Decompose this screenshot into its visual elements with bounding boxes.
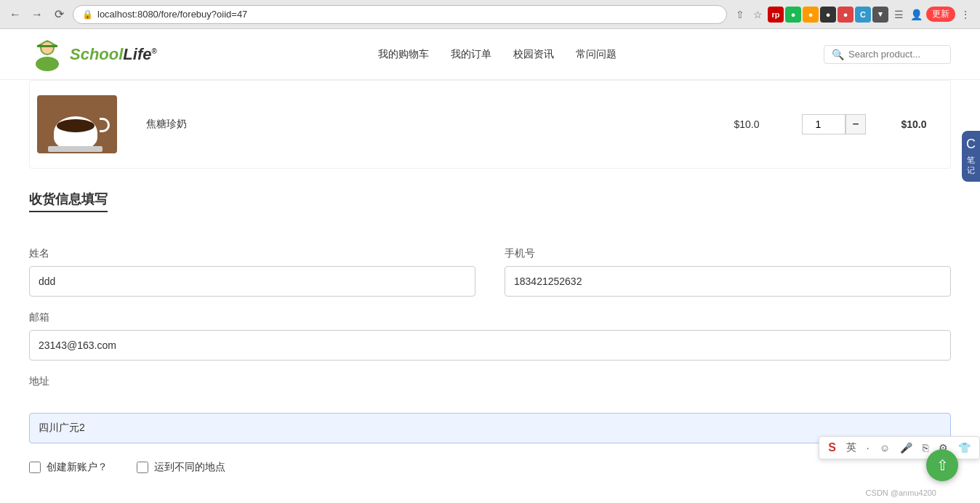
create-account-checkbox-item[interactable]: 创建新账户？ bbox=[29, 461, 108, 474]
search-input[interactable] bbox=[848, 49, 943, 60]
svg-point-4 bbox=[41, 42, 53, 54]
email-input[interactable] bbox=[29, 330, 951, 361]
logo-area: SchoolLife® bbox=[29, 36, 157, 73]
shirt-icon[interactable]: 👕 bbox=[955, 440, 973, 455]
svg-rect-5 bbox=[37, 45, 57, 47]
cup-saucer bbox=[48, 146, 103, 152]
product-price: $10.0 bbox=[703, 118, 790, 130]
name-group: 姓名 bbox=[29, 247, 475, 297]
email-label: 邮箱 bbox=[29, 311, 951, 324]
update-button[interactable]: 更新 bbox=[926, 7, 955, 22]
nav-menu: 我的购物车 我的订单 校园资讯 常问问题 bbox=[186, 48, 809, 61]
create-account-checkbox[interactable] bbox=[29, 462, 41, 473]
browser-actions: ⇧ ☆ rp ● ● ● ● C ▾ ☰ 👤 更新 ⋮ bbox=[733, 7, 973, 23]
ext-rp[interactable]: rp bbox=[768, 7, 784, 23]
lock-icon: 🔒 bbox=[82, 9, 93, 20]
input-toolbar: S 英 · ☺ 🎤 ⎘ ⚙ 👕 bbox=[819, 436, 980, 459]
phone-label: 手机号 bbox=[505, 247, 951, 260]
address-label: 地址 bbox=[29, 375, 951, 388]
ext-green[interactable]: ● bbox=[785, 7, 801, 23]
c-note-icon[interactable]: C bbox=[966, 137, 976, 152]
product-image bbox=[37, 95, 117, 153]
product-image-cell bbox=[30, 88, 132, 161]
product-row: 焦糖珍奶 $10.0 − $10.0 bbox=[29, 80, 951, 169]
cup-body bbox=[54, 116, 97, 149]
scroll-top-button[interactable]: ⇧ bbox=[926, 449, 958, 481]
create-account-label: 创建新账户？ bbox=[47, 461, 108, 474]
email-group: 邮箱 bbox=[29, 311, 951, 361]
site-header: SchoolLife® 我的购物车 我的订单 校园资讯 常问问题 🔍 bbox=[0, 29, 980, 80]
back-button[interactable]: ← bbox=[7, 7, 23, 23]
ext-dark[interactable]: ● bbox=[820, 7, 836, 23]
cup-handle bbox=[100, 118, 110, 132]
share-icon[interactable]: ⇧ bbox=[733, 7, 747, 22]
ext-red2[interactable]: ● bbox=[838, 7, 854, 23]
nav-cart[interactable]: 我的购物车 bbox=[378, 48, 429, 61]
product-name: 焦糖珍奶 bbox=[132, 110, 703, 138]
page-wrapper: SchoolLife® 我的购物车 我的订单 校园资讯 常问问题 🔍 bbox=[0, 29, 980, 503]
logo-text: SchoolLife® bbox=[70, 45, 157, 64]
product-qty-cell: − bbox=[790, 114, 877, 134]
emoji-icon[interactable]: ☺ bbox=[877, 440, 893, 455]
name-input[interactable] bbox=[29, 266, 475, 297]
profile-icon[interactable]: 👤 bbox=[909, 7, 923, 22]
phone-input[interactable] bbox=[505, 266, 951, 297]
email-row: 邮箱 bbox=[29, 311, 951, 361]
ext-blue[interactable]: C bbox=[855, 7, 871, 23]
url-bar[interactable]: 🔒 localhost:8080/fore/forebuy?oiid=47 bbox=[73, 5, 727, 24]
extensions: rp ● ● ● ● C ▾ bbox=[768, 7, 888, 23]
quantity-input[interactable] bbox=[802, 114, 846, 134]
search-bar[interactable]: 🔍 bbox=[824, 45, 951, 64]
refresh-button[interactable]: ⟳ bbox=[51, 7, 67, 23]
address-input[interactable] bbox=[29, 413, 951, 443]
eng-label[interactable]: 英 bbox=[843, 440, 859, 456]
phone-group: 手机号 bbox=[505, 247, 951, 297]
sougou-icon[interactable]: S bbox=[825, 440, 839, 456]
punct-icon[interactable]: · bbox=[864, 440, 872, 455]
url-text: localhost:8080/fore/forebuy?oiid=47 bbox=[97, 9, 247, 20]
nav-news[interactable]: 校园资讯 bbox=[513, 48, 554, 61]
csdn-watermark: CSDN @anmu4200 bbox=[866, 488, 936, 497]
sidebar-icon[interactable]: ☰ bbox=[891, 7, 906, 22]
name-phone-row: 姓名 手机号 bbox=[29, 247, 951, 297]
ext-puzzle[interactable]: ▾ bbox=[872, 7, 888, 23]
mic-icon[interactable]: 🎤 bbox=[897, 440, 915, 455]
star-icon[interactable]: ☆ bbox=[750, 7, 765, 22]
ship-different-checkbox[interactable] bbox=[137, 462, 148, 473]
ext-orange[interactable]: ● bbox=[803, 7, 819, 23]
keyboard-icon[interactable]: ⎘ bbox=[920, 440, 931, 455]
coffee-cup bbox=[54, 109, 101, 149]
ship-different-checkbox-item[interactable]: 运到不同的地点 bbox=[137, 461, 225, 474]
address-section: 地址 bbox=[29, 375, 951, 443]
ship-different-label: 运到不同的地点 bbox=[154, 461, 225, 474]
product-total: $10.0 bbox=[877, 118, 950, 130]
logo-icon bbox=[29, 36, 65, 73]
qty-decrease-button[interactable]: − bbox=[846, 114, 866, 134]
forward-button[interactable]: → bbox=[29, 7, 45, 23]
side-toolbar[interactable]: C 笔记 bbox=[962, 131, 980, 182]
coffee-surface bbox=[57, 119, 95, 132]
menu-icon[interactable]: ⋮ bbox=[958, 7, 973, 22]
note-label: 笔记 bbox=[967, 155, 975, 176]
search-icon: 🔍 bbox=[832, 49, 844, 60]
nav-orders[interactable]: 我的订单 bbox=[451, 48, 491, 61]
browser-chrome: ← → ⟳ 🔒 localhost:8080/fore/forebuy?oiid… bbox=[0, 0, 980, 29]
svg-point-3 bbox=[36, 57, 59, 71]
nav-faq[interactable]: 常问问题 bbox=[576, 48, 616, 61]
checkbox-row: 创建新账户？ 运到不同的地点 bbox=[29, 461, 951, 474]
section-heading: 收货信息填写 bbox=[29, 190, 108, 212]
name-label: 姓名 bbox=[29, 247, 475, 260]
